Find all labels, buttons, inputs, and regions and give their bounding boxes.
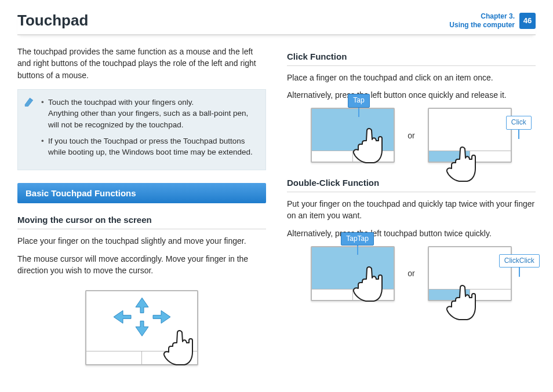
touchpad-left-button-highlighted xyxy=(429,151,470,162)
note-icon xyxy=(24,97,34,111)
note-box: Touch the touchpad with your fingers onl… xyxy=(17,89,266,170)
touchpad-right-button xyxy=(353,151,394,162)
moving-p2: The mouse cursor will move accordingly. … xyxy=(17,253,266,277)
dblclick-p2: Alternatively, press the left touchpad b… xyxy=(287,228,536,239)
touchpad-surface-highlighted: TapTap xyxy=(312,247,394,290)
content-columns: The touchpad provides the same function … xyxy=(17,46,536,379)
direction-arrows-icon xyxy=(110,297,174,340)
touchpad-surface xyxy=(86,291,197,351)
intro-paragraph: The touchpad provides the same function … xyxy=(17,46,266,81)
click-diagram: Tap or Click xyxy=(287,108,536,163)
note-item-1a: Touch the touchpad with your fingers onl… xyxy=(48,98,194,107)
touchpad-left-button-highlighted xyxy=(429,290,470,300)
clickclick-label: ClickClick xyxy=(499,254,540,268)
note-item-1b: Anything other than your fingers, such a… xyxy=(48,109,248,129)
chapter-line-1: Chapter 3. xyxy=(449,12,515,20)
click-heading: Click Function xyxy=(287,50,536,66)
moving-diagram xyxy=(17,283,266,365)
touchpad-buttons xyxy=(429,151,511,162)
svg-marker-1 xyxy=(136,321,148,336)
touchpad-right-button xyxy=(470,151,511,162)
moving-p1: Place your finger on the touchpad slight… xyxy=(17,235,266,247)
touchpad-buttons xyxy=(429,290,511,300)
touchpad-buttons xyxy=(312,151,394,162)
chapter-info: Chapter 3. Using the computer xyxy=(449,12,515,29)
page-number-badge: 46 xyxy=(519,13,536,29)
note-item-2: If you touch the Touchpad or press the T… xyxy=(41,135,257,158)
touchpad-right-button xyxy=(470,290,511,300)
touchpad-right-button xyxy=(142,351,197,364)
click-p2: Alternatively, press the left button onc… xyxy=(287,89,536,101)
touchpad-surface: Click xyxy=(429,109,511,151)
touchpad-surface-highlighted: Tap xyxy=(312,109,394,151)
right-column: Click Function Place a finger on the tou… xyxy=(287,46,536,379)
dblclick-diagram: TapTap or ClickClick xyxy=(287,246,536,301)
dblclick-heading: Double-Click Function xyxy=(287,177,536,192)
touchpad-moving-illustration xyxy=(85,290,198,365)
svg-marker-3 xyxy=(153,311,170,324)
page-header: Touchpad Chapter 3. Using the computer 4… xyxy=(17,12,536,35)
dblclick-p1: Put your finger on the touchpad and quic… xyxy=(287,198,536,222)
touchpad-left-button xyxy=(86,351,142,364)
touchpad-buttons xyxy=(86,351,197,364)
section-heading-bar: Basic Touchpad Functions xyxy=(17,183,266,204)
touchpad-tap-illustration: Tap xyxy=(311,108,395,163)
or-text-2: or xyxy=(408,268,414,279)
left-column: The touchpad provides the same function … xyxy=(17,46,266,379)
svg-marker-0 xyxy=(136,298,148,313)
touchpad-left-button xyxy=(312,151,353,162)
chapter-line-2: Using the computer xyxy=(449,21,515,29)
touchpad-buttons xyxy=(312,290,394,300)
touchpad-clickclick-illustration: ClickClick xyxy=(428,246,512,301)
touchpad-surface: ClickClick xyxy=(429,247,511,290)
touchpad-click-illustration: Click xyxy=(428,108,512,163)
tap-label: Tap xyxy=(348,94,369,107)
click-p1: Place a finger on the touchpad and click… xyxy=(287,72,536,83)
touchpad-left-button xyxy=(312,290,353,300)
touchpad-taptap-illustration: TapTap xyxy=(311,246,395,301)
taptap-label: TapTap xyxy=(341,232,374,246)
or-text: or xyxy=(408,130,414,141)
page-title: Touchpad xyxy=(17,12,88,30)
touchpad-right-button xyxy=(353,290,394,300)
svg-marker-2 xyxy=(114,311,131,324)
click-label: Click xyxy=(506,116,532,129)
note-item-1: Touch the touchpad with your fingers onl… xyxy=(41,97,257,131)
moving-heading: Moving the cursor on the screen xyxy=(17,214,266,229)
header-right: Chapter 3. Using the computer 46 xyxy=(449,12,536,29)
